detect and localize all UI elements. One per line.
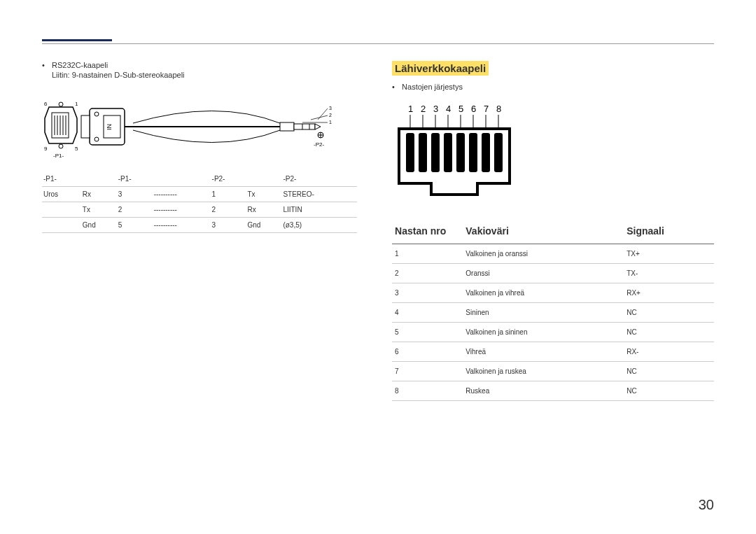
table-cell: 7 — [392, 362, 463, 381]
table-row: Gnd5----------3Gnd(ø3,5) — [42, 218, 357, 233]
table-cell: TX- — [624, 264, 714, 283]
table-header-row: -P1- -P1- -P2- -P2- — [42, 171, 357, 187]
pin-num: 3 — [433, 104, 438, 114]
left-column: RS232C-kaapeli Liitin: 9-nastainen D-Sub… — [42, 61, 357, 401]
table-cell: Sininen — [463, 303, 624, 323]
table-cell: ---------- — [153, 218, 211, 233]
table-cell: 2 — [117, 202, 153, 218]
p2-marker: -P2- — [314, 141, 324, 148]
svg-rect-41 — [494, 133, 503, 172]
svg-rect-16 — [294, 124, 315, 129]
svg-marker-19 — [315, 124, 321, 129]
trs-pin-1: 1 — [329, 120, 332, 125]
in-label: IN — [106, 124, 113, 130]
svg-rect-40 — [482, 133, 490, 172]
pin-num: 4 — [446, 104, 451, 114]
table-row: 6VihreäRX- — [392, 342, 714, 362]
table-row: 3Valkoinen ja vihreäRX+ — [392, 283, 714, 303]
table-cell: 1 — [392, 244, 463, 264]
table-cell: Rx — [246, 202, 281, 218]
table-cell: Valkoinen ja vihreä — [463, 283, 624, 303]
table-row: 1Valkoinen ja oranssiTX+ — [392, 244, 714, 264]
table-cell: Vihreä — [463, 342, 624, 362]
table-cell: Tx — [246, 187, 281, 202]
lan-cable-title: Lähiverkkokaapeli — [392, 61, 489, 76]
table-cell: (ø3,5) — [281, 218, 357, 233]
th-pin: Nastan nro — [392, 220, 463, 244]
cable-table-body: UrosRx3----------1TxSTEREO-Tx2----------… — [42, 187, 357, 233]
th: -P1- — [42, 171, 81, 187]
table-cell: Tx — [81, 202, 117, 218]
page-number: 30 — [699, 497, 714, 513]
table-row: 5Valkoinen ja sininenNC — [392, 323, 714, 342]
table-cell: Gnd — [246, 218, 281, 233]
th-signal: Signaali — [624, 220, 714, 244]
table-cell: TX+ — [624, 244, 714, 264]
table-cell: Valkoinen ja sininen — [463, 323, 624, 342]
svg-rect-36 — [431, 133, 440, 172]
svg-point-2 — [59, 144, 63, 148]
svg-rect-38 — [456, 133, 465, 172]
svg-rect-35 — [419, 133, 427, 172]
table-cell: Gnd — [81, 218, 117, 233]
table-cell: Ruskea — [463, 381, 624, 401]
header-accent-rule — [42, 39, 112, 41]
dsub-pin-9: 9 — [44, 146, 48, 152]
table-header-row: Nastan nro Vakioväri Signaali — [392, 220, 714, 244]
pin-num: 8 — [496, 104, 501, 114]
svg-rect-39 — [469, 133, 477, 172]
table-cell: ---------- — [153, 187, 211, 202]
th: -P1- — [117, 171, 153, 187]
table-row: Tx2----------2RxLIITIN — [42, 202, 357, 218]
svg-rect-10 — [81, 115, 90, 138]
table-cell: 2 — [392, 264, 463, 283]
table-cell: STEREO- — [281, 187, 357, 202]
table-cell: 6 — [392, 342, 463, 362]
table-cell: Rx — [81, 187, 117, 202]
table-cell: 3 — [117, 187, 153, 202]
table-cell: Valkoinen ja ruskea — [463, 362, 624, 381]
table-cell: NC — [624, 381, 714, 401]
table-cell: 3 — [392, 283, 463, 303]
th — [81, 171, 117, 187]
dsub-pin-1: 1 — [75, 101, 78, 107]
table-row: UrosRx3----------1TxSTEREO- — [42, 187, 357, 202]
table-cell: 8 — [392, 381, 463, 401]
lan-table-body: 1Valkoinen ja oranssiTX+2OranssiTX-3Valk… — [392, 244, 714, 401]
table-cell: NC — [624, 362, 714, 381]
table-row: 7Valkoinen ja ruskeaNC — [392, 362, 714, 381]
table-cell: RX- — [624, 342, 714, 362]
svg-point-1 — [59, 102, 63, 106]
th — [246, 171, 281, 187]
lan-pinout-table: Nastan nro Vakioväri Signaali 1Valkoinen… — [392, 220, 714, 401]
table-cell — [42, 218, 81, 233]
th-color: Vakioväri — [463, 220, 624, 244]
th: -P2- — [281, 171, 357, 187]
dsub-pin-5: 5 — [75, 146, 78, 152]
table-cell: 3 — [211, 218, 246, 233]
table-cell: 1 — [211, 187, 246, 202]
dsub-cable-table: -P1- -P1- -P2- -P2- UrosRx3----------1Tx… — [42, 171, 357, 233]
cable-desc: Liitin: 9-nastainen D-Sub-stereokaapeli — [42, 71, 357, 79]
trs-pin-3: 3 — [329, 106, 332, 111]
svg-line-20 — [318, 108, 328, 120]
table-cell: 2 — [211, 202, 246, 218]
pin-num: 6 — [471, 104, 476, 114]
pin-num: 5 — [458, 104, 463, 114]
table-cell: Valkoinen ja oranssi — [463, 244, 624, 264]
pin-num: 2 — [421, 104, 426, 114]
table-row: 8RuskeaNC — [392, 381, 714, 401]
svg-line-21 — [311, 115, 328, 120]
cable-name: RS232C-kaapeli — [42, 61, 357, 69]
table-cell — [42, 202, 81, 218]
th: -P2- — [211, 171, 246, 187]
table-row: 4SininenNC — [392, 303, 714, 323]
table-cell: RX+ — [624, 283, 714, 303]
table-cell: 5 — [117, 218, 153, 233]
table-cell: NC — [624, 303, 714, 323]
table-cell: Oranssi — [463, 264, 624, 283]
pin-num: 7 — [484, 104, 489, 114]
svg-rect-34 — [406, 133, 414, 172]
right-column: Lähiverkkokaapeli Nastojen järjestys 1 2… — [392, 61, 714, 401]
svg-rect-37 — [444, 133, 452, 172]
